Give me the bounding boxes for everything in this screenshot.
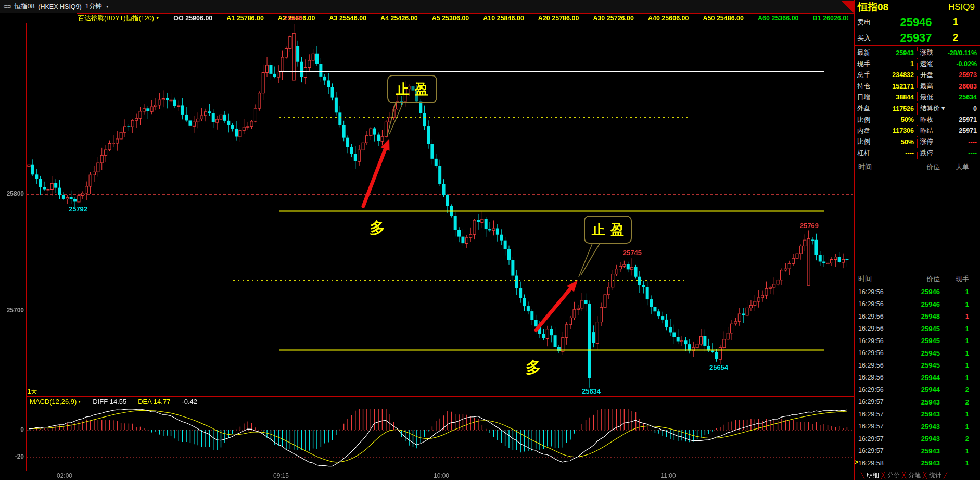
tab-明细[interactable]: 明细 <box>862 471 883 480</box>
stat-label: 杠杆 <box>857 149 870 158</box>
stat-value: 0 <box>973 105 977 112</box>
tick-list[interactable]: 16:29:5625946116:29:5625946116:29:562594… <box>855 286 980 470</box>
bid-qty: 2 <box>953 32 980 43</box>
stat-label: 涨停 <box>920 137 933 146</box>
stat-row: 日增38844最低25634 <box>855 92 980 103</box>
chevron-down-icon[interactable]: ▼ <box>156 16 159 20</box>
ask-row[interactable]: 卖出 25946 1 <box>855 15 980 30</box>
tab-分价[interactable]: 分价 <box>883 471 904 480</box>
stat-label: 比例 <box>857 116 870 124</box>
tick-row[interactable]: >16:29:58259431 <box>855 457 980 470</box>
tick-time: 16:29:56 <box>855 386 898 394</box>
period-selector[interactable]: 1分钟 <box>85 2 102 11</box>
ask-qty: 1 <box>953 17 980 28</box>
stat-value: 25943 <box>896 49 914 57</box>
chart-frame-bottom <box>26 471 854 471</box>
stat-label: 现手 <box>857 60 870 69</box>
tick-volume: 2 <box>945 435 975 443</box>
title-bar: ⊂⊃ 恒指08 (HKEX HSIQ9) 1分钟 ▼ <box>0 0 854 13</box>
macd-value: -0.42 <box>182 398 197 406</box>
stat-cell-right: 涨跌-28/0.11% <box>917 47 980 58</box>
stat-label: 日增 <box>857 93 870 102</box>
stat-cell-right: 最高26083 <box>917 81 980 92</box>
tick-row[interactable]: 16:29:56259451 <box>855 335 980 347</box>
ask-label: 卖出 <box>855 18 879 27</box>
y-axis-label: 25700 <box>1 307 24 314</box>
level-item: OO 25906.00 <box>173 15 212 22</box>
tick-row[interactable]: 16:29:57259432 <box>855 433 980 445</box>
tick-price: 25943 <box>898 435 945 443</box>
tick-row[interactable]: 16:29:57259432 <box>855 396 980 409</box>
stat-cell-left: 最新25943 <box>855 48 917 57</box>
stat-value: 1 <box>910 60 914 68</box>
tick-time: 16:29:56 <box>855 300 898 308</box>
col-bigorder: 大单 <box>945 162 975 172</box>
take-profit-callout: 止盈 <box>584 216 632 244</box>
stat-cell-left: 持仓152171 <box>855 82 917 91</box>
tick-time: 16:29:56 <box>855 362 898 369</box>
tick-row[interactable]: 16:29:56259461 <box>855 298 980 311</box>
stat-cell-left: 外盘117526 <box>855 104 917 113</box>
stat-label: 持仓 <box>857 82 870 91</box>
x-axis-label: 10:00 <box>434 472 449 479</box>
macd-indicator-selector[interactable]: MACD(12,26,9) ▼ <box>30 398 81 406</box>
stat-label: 最低 <box>920 93 933 102</box>
stats-grid: 最新25943涨跌-28/0.11%现手1速涨-0.02%总手234832开盘2… <box>855 46 980 159</box>
ask-price: 25946 <box>879 16 953 29</box>
tick-volume: 1 <box>945 374 975 382</box>
bid-price: 25937 <box>879 31 953 45</box>
price-label: 25946 <box>284 14 302 22</box>
tick-row[interactable]: 16:29:56259451 <box>855 359 980 372</box>
tab-统计[interactable]: 统计 <box>925 471 946 480</box>
stat-value: 25973 <box>959 71 977 79</box>
big-order-section: 时间 价位 大单 <box>855 159 980 271</box>
tick-price: 25943 <box>898 423 945 431</box>
tick-time: 16:29:56 <box>855 349 898 357</box>
tick-row[interactable]: 16:29:57259431 <box>855 408 980 421</box>
stat-row: 现手1速涨-0.02% <box>855 58 980 69</box>
tick-time: 16:29:57 <box>855 411 898 418</box>
indicator-label: 百达裕腾(BDYT)恒指(120) <box>78 15 154 22</box>
x-axis-label: 02:00 <box>57 472 72 479</box>
bid-row[interactable]: 买入 25937 2 <box>855 30 980 46</box>
tab-分笔[interactable]: 分笔 <box>904 471 925 480</box>
stat-row: 杠杆----跌停---- <box>855 148 980 159</box>
long-signal-label: 多 <box>526 357 541 378</box>
y-axis-label: 0 <box>1 426 24 433</box>
tick-row[interactable]: 16:29:56259481 <box>855 310 980 323</box>
stat-value: 25971 <box>959 116 977 123</box>
latest-tick-marker: > <box>855 459 858 466</box>
quote-header: 恒指08 HSIQ9 <box>855 0 980 15</box>
tick-time: 16:29:56 <box>855 337 898 345</box>
price-label: 25745 <box>623 249 642 257</box>
contract-code: HSIQ9 <box>948 2 975 12</box>
candlestick-chart[interactable] <box>0 0 854 480</box>
tick-volume: 1 <box>945 459 975 467</box>
tick-row[interactable]: 16:29:56259451 <box>855 347 980 360</box>
tick-row[interactable]: 16:29:56259451 <box>855 323 980 335</box>
chevron-down-icon[interactable]: ▼ <box>106 5 109 8</box>
tick-row[interactable]: 16:29:56259442 <box>855 384 980 396</box>
tick-row[interactable]: 16:29:56259441 <box>855 372 980 384</box>
y-axis-label: 25800 <box>1 190 24 197</box>
trading-terminal: ⊂⊃ 恒指08 (HKEX HSIQ9) 1分钟 ▼ 百达裕腾(BDYT)恒指(… <box>0 0 980 480</box>
stat-cell-right: 速涨-0.02% <box>917 58 980 69</box>
tick-price: 25944 <box>898 374 945 382</box>
period-badge[interactable]: 1天 <box>28 387 37 396</box>
tick-price: 25943 <box>898 410 945 418</box>
tick-row[interactable]: 16:29:57259431 <box>855 445 980 458</box>
tick-price: 25944 <box>898 386 945 394</box>
stat-row: 总手234832开盘25973 <box>855 70 980 81</box>
macd-divider <box>26 396 854 397</box>
indicator-selector[interactable]: 百达裕腾(BDYT)恒指(120) ▼ <box>78 14 159 23</box>
stat-value: ---- <box>968 138 977 146</box>
stat-value: 38844 <box>896 94 914 101</box>
tick-row[interactable]: 16:29:56259461 <box>855 286 980 298</box>
bid-label: 买入 <box>855 33 879 43</box>
tick-time: 16:29:56 <box>855 288 898 296</box>
level-item: A40 25606.00 <box>648 15 689 22</box>
tick-price: 25943 <box>898 459 945 467</box>
tick-price: 25943 <box>898 447 945 455</box>
stat-label: 内盘 <box>857 127 870 135</box>
tick-row[interactable]: 16:29:57259431 <box>855 421 980 433</box>
